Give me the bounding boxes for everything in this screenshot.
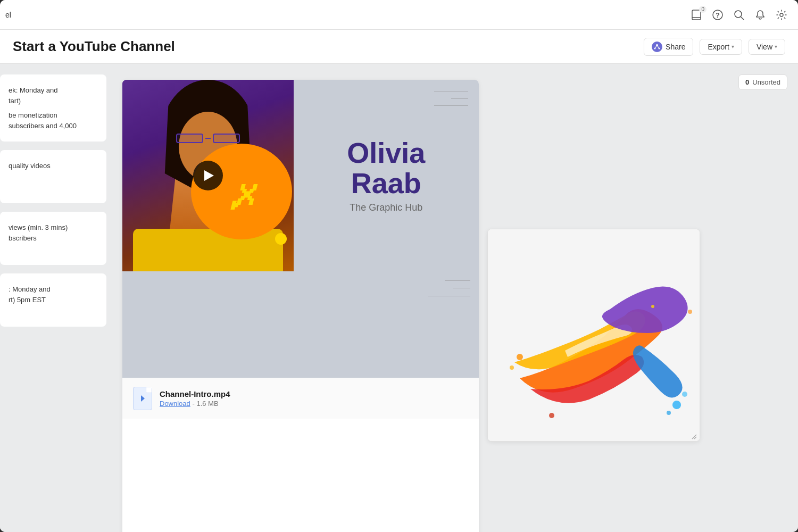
art-image [488, 229, 700, 441]
tablet-icon[interactable]: 0 [691, 9, 702, 21]
content-area: ek: Monday and tart) be monetization sub… [0, 64, 798, 532]
svg-point-15 [682, 392, 687, 397]
file-meta: Download - 1.6 MB [160, 400, 468, 408]
svg-point-14 [672, 401, 681, 409]
name-line2: Raab [351, 167, 421, 199]
sidebar-card-1: ek: Monday and tart) be monetization sub… [0, 74, 106, 142]
export-chevron: ▾ [732, 44, 734, 49]
svg-point-20 [651, 305, 654, 308]
share-icon [652, 41, 662, 52]
sidebar-card-2: quality videos [0, 150, 106, 203]
sidebar-card-4: : Monday and rt) 5pm EST [0, 273, 106, 327]
file-info: Channel-Intro.mp4 Download - 1.6 MB [160, 389, 468, 408]
sidebar-card-3-text2: bscribers [9, 233, 98, 244]
header-actions: Share Export ▾ View ▾ [644, 38, 785, 56]
file-icon [133, 387, 152, 410]
sidebar-card-3-text1: views (min. 3 mins) [9, 222, 98, 233]
sidebar-card-4-text1: : Monday and [9, 284, 98, 295]
play-triangle [204, 170, 214, 181]
badge-count: 0 [699, 6, 706, 13]
svg-line-10 [655, 45, 657, 48]
view-chevron: ▾ [775, 44, 777, 49]
unsorted-count: 0 [745, 78, 749, 86]
play-button[interactable] [193, 161, 223, 190]
download-link[interactable]: Download [160, 400, 190, 408]
unsorted-badge[interactable]: 0 Unsorted [738, 74, 787, 90]
svg-point-6 [780, 13, 783, 16]
unsorted-label: Unsorted [752, 78, 780, 86]
app-window: el 0 ? [0, 0, 798, 532]
image-split: ꭙ [122, 80, 479, 271]
svg-line-23 [694, 437, 696, 439]
svg-line-5 [741, 16, 744, 20]
svg-line-22 [692, 435, 696, 439]
svg-point-19 [549, 413, 554, 418]
media-card: ꭙ [122, 80, 479, 532]
topbar-left: el [5, 11, 11, 19]
name-line1: Olivia [347, 137, 425, 169]
page-title: Start a YouTube Channel [13, 38, 175, 55]
resize-handle[interactable] [691, 433, 697, 439]
svg-point-16 [667, 411, 671, 415]
export-button[interactable]: Export ▾ [700, 39, 742, 55]
sidebar-card-4-text2: rt) 5pm EST [9, 295, 98, 305]
file-size: - 1.6 MB [192, 400, 218, 408]
header: Start a YouTube Channel Share Export ▾ [0, 30, 798, 64]
view-button[interactable]: View ▾ [749, 39, 785, 55]
svg-text:?: ? [716, 11, 720, 19]
svg-line-11 [657, 45, 659, 48]
file-attachment: Channel-Intro.mp4 Download - 1.6 MB [122, 378, 479, 419]
sidebar-card-1-text2: tart) [9, 96, 98, 106]
art-card [487, 229, 700, 442]
search-icon[interactable] [733, 9, 745, 21]
artist-subtitle: The Graphic Hub [350, 202, 422, 213]
view-label: View [757, 43, 772, 51]
topbar-icons: 0 ? [691, 9, 787, 21]
export-label: Export [708, 43, 729, 51]
bell-icon[interactable] [754, 9, 766, 21]
sidebar-card-1-text4: subscribers and 4,000 [9, 121, 98, 131]
cards-area: ꭙ [122, 80, 787, 532]
share-label: Share [666, 43, 685, 51]
artist-name: Olivia Raab [347, 138, 425, 198]
topbar-label: el [5, 11, 11, 19]
file-name: Channel-Intro.mp4 [160, 389, 468, 398]
sidebar-card-1-text3: be monetization [9, 110, 98, 121]
svg-point-17 [517, 354, 523, 360]
left-photo: ꭙ [122, 80, 294, 271]
sidebar: ek: Monday and tart) be monetization sub… [0, 64, 112, 532]
svg-point-21 [688, 310, 692, 314]
main-content: 0 Unsorted [112, 64, 798, 532]
sidebar-card-2-text1: quality videos [9, 161, 98, 171]
card-image-area: ꭙ [122, 80, 479, 271]
sidebar-card-1-text1: ek: Monday and [9, 85, 98, 96]
settings-icon[interactable] [776, 9, 787, 21]
svg-marker-12 [141, 395, 145, 402]
topbar: el 0 ? [0, 0, 798, 30]
help-icon[interactable]: ? [712, 9, 724, 21]
share-button[interactable]: Share [644, 38, 693, 56]
right-panel: ———————— ———— ———————— Olivia Raab The G… [294, 80, 479, 271]
sidebar-card-3: views (min. 3 mins) bscribers [0, 212, 106, 265]
svg-point-18 [510, 365, 514, 370]
